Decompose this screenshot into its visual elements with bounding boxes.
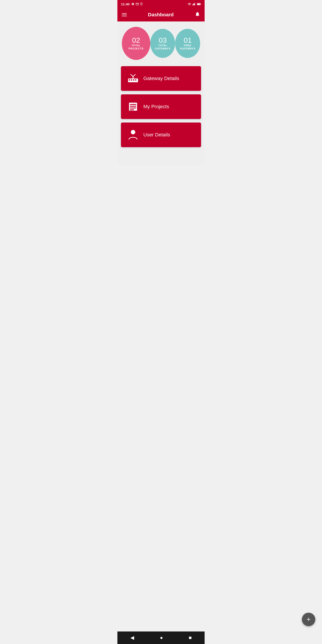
total-projects-number: 02 xyxy=(132,37,140,44)
svg-rect-11 xyxy=(200,4,201,4)
battery-icon xyxy=(197,3,201,5)
svg-rect-9 xyxy=(195,3,196,5)
svg-rect-20 xyxy=(130,104,136,105)
free-gateways-label: FREEGATEWAYS xyxy=(180,44,196,50)
app-bar: Dashboard xyxy=(118,8,204,22)
app-title: Dashboard xyxy=(148,12,174,18)
svg-rect-6 xyxy=(192,4,193,5)
total-gateways-circle: 03 TOTALGATEWAYS xyxy=(150,29,175,58)
router-icon xyxy=(126,74,140,83)
svg-rect-2 xyxy=(141,4,142,4)
gateway-details-card[interactable]: Gateway Details xyxy=(121,66,201,91)
my-projects-card[interactable]: My Projects xyxy=(121,94,201,119)
gmail-icon xyxy=(136,3,139,5)
svg-rect-14 xyxy=(129,80,130,81)
total-projects-circle: 02 TOTALPROJECTS xyxy=(122,27,150,60)
svg-rect-4 xyxy=(141,4,142,4)
svg-rect-21 xyxy=(130,106,136,107)
settings-icon xyxy=(131,2,134,6)
status-time: 11:40 xyxy=(121,2,130,6)
svg-rect-23 xyxy=(130,109,134,110)
main-content: 02 TOTALPROJECTS 03 TOTALGATEWAYS 01 FRE… xyxy=(118,22,204,165)
svg-point-18 xyxy=(132,78,134,79)
status-bar-left: 11:40 xyxy=(121,2,143,6)
gateway-details-label: Gateway Details xyxy=(143,76,179,82)
wifi-icon xyxy=(188,3,191,5)
total-gateways-number: 03 xyxy=(159,37,167,44)
free-gateways-circle: 01 FREEGATEWAYS xyxy=(175,29,200,58)
svg-rect-22 xyxy=(130,108,136,108)
svg-rect-7 xyxy=(194,4,194,5)
svg-rect-16 xyxy=(133,80,134,81)
signal-icon xyxy=(192,3,196,5)
svg-rect-17 xyxy=(135,80,136,81)
total-projects-label: TOTALPROJECTS xyxy=(128,44,144,50)
menu-button[interactable] xyxy=(122,13,127,16)
status-icons xyxy=(131,2,143,6)
stats-row: 02 TOTALPROJECTS 03 TOTALGATEWAYS 01 FRE… xyxy=(121,27,201,60)
user-icon xyxy=(126,129,140,141)
svg-point-24 xyxy=(131,130,135,134)
notifications-button[interactable] xyxy=(195,12,200,18)
svg-rect-3 xyxy=(141,4,142,4)
user-details-card[interactable]: User Details xyxy=(121,122,201,147)
free-gateways-number: 01 xyxy=(184,37,192,44)
svg-rect-1 xyxy=(141,2,142,3)
clipboard-icon xyxy=(140,2,143,6)
svg-rect-8 xyxy=(194,3,195,5)
my-projects-label: My Projects xyxy=(143,104,169,110)
status-bar: 11:40 xyxy=(118,0,204,8)
user-details-label: User Details xyxy=(143,132,170,138)
status-bar-right xyxy=(188,3,201,5)
total-gateways-label: TOTALGATEWAYS xyxy=(155,44,170,50)
svg-rect-12 xyxy=(197,3,200,5)
list-icon xyxy=(126,102,140,112)
svg-rect-15 xyxy=(131,80,132,81)
